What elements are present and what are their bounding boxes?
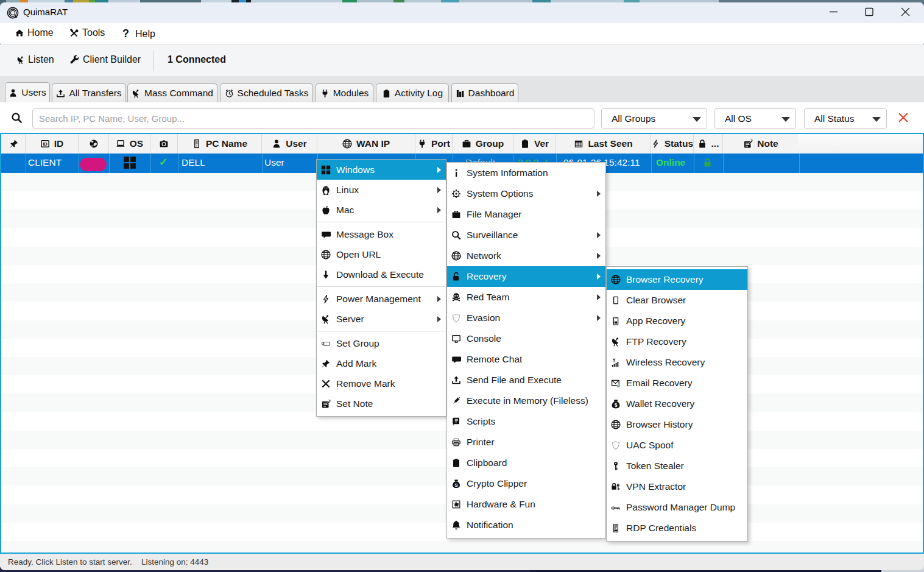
svg-text:ID: ID: [43, 141, 48, 147]
svg-text:$: $: [615, 402, 618, 408]
svg-text:@: @: [617, 384, 621, 387]
svg-text:S: S: [454, 482, 457, 488]
